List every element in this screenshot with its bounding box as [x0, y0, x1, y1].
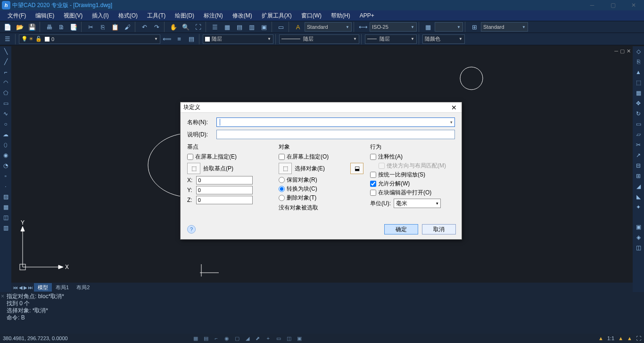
menu-draw[interactable]: 绘图(D) [170, 10, 199, 21]
desc-input[interactable] [216, 130, 455, 139]
close-button[interactable]: ✕ [623, 0, 644, 10]
cycle-icon[interactable]: ▣ [294, 334, 305, 343]
gradient-icon[interactable]: ▦ [0, 202, 11, 212]
mirror-icon[interactable]: ▲ [633, 67, 644, 77]
partial-ellipse-icon[interactable]: ◔ [0, 160, 11, 171]
print-icon[interactable]: 🖶 [43, 22, 55, 32]
polygon-icon[interactable]: ⬠ [0, 88, 11, 98]
table-style2-dropdown[interactable]: Standard▼ [481, 22, 528, 32]
objects-screen-checkbox[interactable] [279, 154, 285, 160]
rotate-icon[interactable]: ↻ [633, 109, 644, 119]
region-icon[interactable]: ◫ [0, 212, 11, 223]
copy-obj-icon[interactable]: ⎘ [633, 57, 644, 67]
maximize-button[interactable]: ▢ [603, 0, 623, 10]
snap-icon[interactable]: ▤ [201, 334, 211, 343]
tab-prev-icon[interactable]: ◀ [19, 285, 23, 290]
lineweight-dropdown[interactable]: 随层▼ [365, 34, 417, 44]
tab-first-icon[interactable]: ⏮ [13, 285, 18, 290]
fullscreen-icon[interactable]: ⛶ [636, 335, 641, 341]
hatch-icon[interactable]: ▨ [0, 192, 11, 202]
cleanup-icon[interactable]: ▭ [275, 22, 287, 32]
unit-dropdown[interactable]: 毫米▾ [394, 199, 441, 208]
explode-icon[interactable]: ✦ [633, 202, 644, 212]
ortho-icon[interactable]: ⌐ [211, 334, 222, 343]
menu-file[interactable]: 文件(F) [3, 10, 31, 21]
menu-insert[interactable]: 插入(I) [87, 10, 113, 21]
print-preview-icon[interactable]: 🗎 [56, 22, 67, 32]
join-icon[interactable]: ⊞ [633, 171, 644, 181]
ellipse-icon[interactable]: ⬯ [0, 140, 11, 150]
table-style-icon[interactable]: ▦ [422, 22, 434, 32]
z-input[interactable] [196, 196, 253, 204]
tab-last-icon[interactable]: ⏭ [28, 285, 33, 290]
erase-icon[interactable]: ◇ [633, 46, 644, 57]
qp-icon[interactable]: ▭ [273, 334, 284, 343]
explode-checkbox[interactable] [370, 181, 376, 187]
new-icon[interactable]: 📄 [2, 22, 13, 32]
dyn-icon[interactable]: ⬈ [253, 334, 263, 343]
extend-icon[interactable]: ↗ [633, 150, 644, 160]
publish-icon[interactable]: 📑 [68, 22, 79, 32]
circle-icon[interactable]: ○ [0, 119, 11, 129]
polyline-icon[interactable]: ⌐ [0, 67, 11, 77]
cancel-button[interactable]: 取消 [422, 224, 456, 234]
sc-icon[interactable]: ◫ [284, 334, 294, 343]
offset-icon[interactable]: ▦ [633, 88, 644, 98]
redo-icon[interactable]: ↷ [151, 22, 162, 32]
polar-icon[interactable]: ◉ [222, 334, 232, 343]
layer-iso-icon[interactable]: ≡ [173, 34, 185, 44]
line-icon[interactable]: ╲ [0, 46, 11, 57]
menu-dim[interactable]: 标注(N) [199, 10, 228, 21]
paste-icon[interactable]: 📋 [109, 22, 121, 32]
uniform-scale-checkbox[interactable] [370, 172, 376, 178]
open-icon[interactable]: 📂 [14, 22, 25, 32]
name-combobox[interactable]: ▾ [216, 117, 455, 127]
reference-icon[interactable]: ▣ [258, 22, 270, 32]
minimize-button[interactable]: ─ [582, 0, 603, 10]
zoom-extents-icon[interactable]: ⛶ [192, 22, 204, 32]
stretch-icon[interactable]: ▱ [633, 129, 644, 140]
menu-edit[interactable]: 编辑(E) [31, 10, 59, 21]
layer-dropdown[interactable]: 💡 ☀ 🔓 0 ▼ [19, 34, 160, 44]
retain-radio[interactable] [279, 177, 285, 183]
break-icon[interactable]: ⊟ [633, 160, 644, 171]
fillet-icon[interactable]: ◣ [633, 192, 644, 202]
open-editor-checkbox[interactable] [370, 190, 376, 196]
tab-layout2[interactable]: 布局2 [73, 283, 93, 292]
menu-window[interactable]: 窗口(W) [297, 10, 326, 21]
cut-icon[interactable]: ✂ [85, 22, 96, 32]
osnap-icon[interactable]: ▢ [232, 334, 242, 343]
design-center-icon[interactable]: ▤ [234, 22, 245, 32]
chamfer-icon[interactable]: ◢ [633, 181, 644, 192]
pan-icon[interactable]: ✋ [168, 22, 179, 32]
calc-icon[interactable]: ▦ [222, 22, 233, 32]
menu-help[interactable]: 帮助(H) [326, 10, 355, 21]
ray-icon[interactable]: ╱ [0, 57, 11, 67]
convert-radio[interactable] [279, 186, 285, 192]
props-icon[interactable]: ☰ [209, 22, 221, 32]
undo-icon[interactable]: ↶ [139, 22, 150, 32]
basepoint-screen-checkbox[interactable] [187, 154, 193, 160]
annoscale-icon[interactable]: ▲ [598, 335, 603, 341]
layer-manager-icon[interactable]: ☰ [2, 34, 13, 44]
table-style2-icon[interactable]: ⊞ [469, 22, 480, 32]
tab-next-icon[interactable]: ▶ [24, 285, 27, 290]
match-icon[interactable]: 🖌 [122, 22, 133, 32]
layer-prev-icon[interactable]: ⟸ [161, 34, 173, 44]
block-icon[interactable]: ▫ [0, 171, 11, 181]
menu-ext[interactable]: 扩展工具(X) [257, 10, 297, 21]
text-style-icon[interactable]: A [292, 22, 304, 32]
make-block-icon[interactable]: ◈ [633, 232, 644, 243]
ok-button[interactable]: 确定 [384, 224, 418, 234]
arc-icon[interactable]: ◠ [0, 77, 11, 88]
grid-icon[interactable]: ▦ [190, 334, 201, 343]
save-icon[interactable]: 💾 [26, 22, 38, 32]
dim-style-dropdown[interactable]: ISO-25▼ [370, 22, 417, 32]
trim-icon[interactable]: ✂ [633, 140, 644, 150]
delete-radio[interactable] [279, 195, 285, 201]
menu-view[interactable]: 视图(V) [59, 10, 87, 21]
menu-modify[interactable]: 修改(M) [228, 10, 257, 21]
otrack-icon[interactable]: ◢ [242, 334, 253, 343]
quickselect-button[interactable]: ⬓ [350, 163, 363, 174]
pick-basepoint-button[interactable]: ⬚ [187, 163, 200, 174]
